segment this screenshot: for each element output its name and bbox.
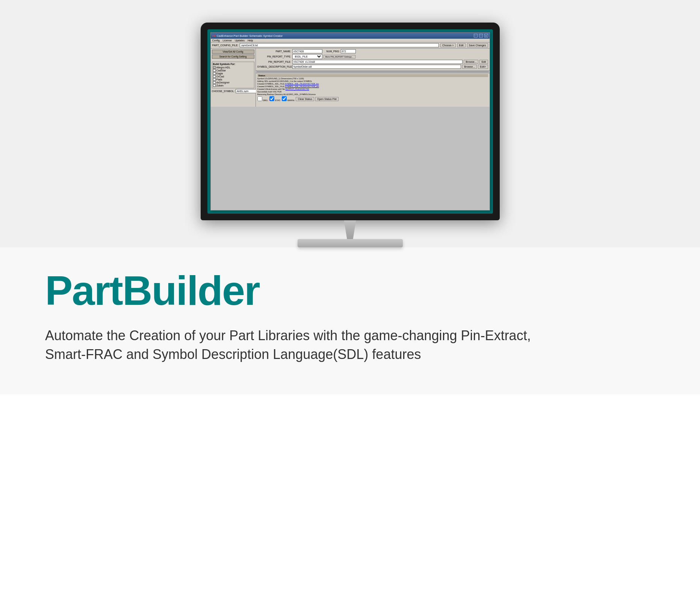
warn-label: WARN: <box>282 96 295 101</box>
status-link-1[interactable]: SYMBOL_SDL_FILES/VSC7428_loc <box>285 83 319 85</box>
edit-pin-report-button[interactable]: Edit <box>479 60 488 64</box>
titlebar-title: 74 CadEnhance:Part Builder Schematic Sym… <box>212 34 283 38</box>
main-area: View/Set All Config Search for Config Se… <box>211 48 490 107</box>
titlebar-controls[interactable]: — □ ✕ <box>474 34 488 38</box>
right-content: PART_NAME: NUM_PINS: PIN_REPORT_TYPE: <box>256 48 490 107</box>
part-name-label: PART_NAME: <box>257 50 291 53</box>
clear-status-button[interactable]: Clear Status <box>296 97 314 101</box>
monitor-base <box>298 239 403 247</box>
pads-label: Pads <box>216 78 222 81</box>
checkbox-dxdesigner[interactable]: dxDesigner <box>213 81 253 84</box>
config-file-input[interactable] <box>240 43 439 47</box>
stat-checkbox[interactable] <box>269 96 274 101</box>
zuken-label: Zuken <box>216 84 224 87</box>
symbol-desc-input[interactable] <box>292 65 461 69</box>
search-config-button[interactable]: Search for Config Setting <box>212 55 254 59</box>
orcad-label: OrCad <box>216 75 224 78</box>
browse-pin-report-button[interactable]: Browse... <box>464 60 478 64</box>
allegro-label: Allegro:HDL <box>216 66 231 69</box>
symbol-desc-label: SYMBOL_DESCRIPTION_FILE: <box>257 65 291 68</box>
monitor-outer: 74 CadEnhance:Part Builder Schematic Sym… <box>201 23 500 247</box>
checkbox-allegro[interactable]: Allegro:HDL <box>213 66 253 69</box>
monitor-bezel: 74 CadEnhance:Part Builder Schematic Sym… <box>201 23 500 220</box>
edit-symbol-desc-button[interactable]: Edit> <box>478 65 488 69</box>
config-file-label: PART_CONFIG_FILE: <box>212 44 239 47</box>
config-file-row: PART_CONFIG_FILE: Choose-> Edit Save Cha… <box>211 42 490 48</box>
app-menubar: Config License Updates Help <box>211 39 490 42</box>
open-status-file-button[interactable]: Open Status File <box>315 97 339 101</box>
choose-symbol-label: CHOOSE_SYMBOL: <box>212 90 235 92</box>
status-line-4: Created SYMBOL_SDL_FILE:SYMBOL_SDL_FILES… <box>257 85 488 88</box>
minimize-button[interactable]: — <box>474 34 478 38</box>
schematic-area: Double Click Operation BUILD_SYMBOLS REA… <box>257 71 489 72</box>
app-logo: 74 <box>212 34 216 38</box>
schematic-content: ? ? FCBGA <box>257 72 488 72</box>
monitor-neck <box>335 220 365 239</box>
dbg-label: DBG: <box>257 96 268 101</box>
eagle-label: Eagle <box>216 72 223 75</box>
edit-config-button[interactable]: Edit <box>457 43 466 47</box>
dxdesigner-label: dxDesigner <box>216 81 230 84</box>
zuken-checkbox[interactable] <box>213 84 216 87</box>
pin-report-file-input[interactable] <box>292 60 463 64</box>
menu-license[interactable]: License <box>223 39 232 42</box>
pin-report-file-label: PIN_REPORT_FILE: <box>257 61 291 63</box>
part-name-row: PART_NAME: NUM_PINS: <box>257 49 488 53</box>
pin-report-type-row: PIN_REPORT_TYPE: BSDL_FILE More PIN_REPO… <box>257 54 488 59</box>
monitor-chin <box>207 213 493 216</box>
menu-config[interactable]: Config <box>212 39 220 42</box>
choose-button[interactable]: Choose-> <box>440 43 456 47</box>
checkbox-eagle[interactable]: Eagle <box>213 72 253 75</box>
status-line-6: Succesfully built VSC7428 <box>257 91 488 93</box>
left-panel: View/Set All Config Search for Config Se… <box>211 48 256 107</box>
description-text: Automate the Creation of your Part Libra… <box>45 326 571 364</box>
close-button[interactable]: ✕ <box>484 34 488 38</box>
warn-checkbox[interactable] <box>282 96 287 101</box>
pin-report-file-row: PIN_REPORT_FILE: Browse... Edit <box>257 60 488 64</box>
orcad-checkbox[interactable] <box>213 75 216 78</box>
num-pins-input[interactable] <box>341 49 356 53</box>
app-titlebar: 74 CadEnhance:Part Builder Schematic Sym… <box>211 33 490 39</box>
browse-symbol-desc-button[interactable]: Browse... <box>462 65 477 69</box>
checkbox-pads[interactable]: Pads <box>213 78 253 81</box>
monitor-section: 74 CadEnhance:Part Builder Schematic Sym… <box>0 0 700 247</box>
cadstar-checkbox[interactable] <box>213 69 216 72</box>
menu-help[interactable]: Help <box>248 39 253 42</box>
allegro-checkbox[interactable] <box>213 66 216 69</box>
form-area: PART_NAME: NUM_PINS: PIN_REPORT_TYPE: <box>256 48 490 71</box>
bottom-section: PartBuilder Automate the Creation of you… <box>0 247 700 394</box>
checkbox-zuken[interactable]: Zuken <box>213 84 253 87</box>
dxdesigner-checkbox[interactable] <box>213 81 216 84</box>
status-line-1: Symbol:10:(GROUND_1) Dimensions:(700 x 1… <box>257 77 488 80</box>
monitor-screen: 74 CadEnhance:Part Builder Schematic Sym… <box>207 29 493 213</box>
view-set-all-button[interactable]: View/Set All Config <box>212 50 254 54</box>
pin-report-type-label: PIN_REPORT_TYPE: <box>257 55 291 58</box>
status-line-5: Created UltraLibrarian pdt File:OUTPUT_F… <box>257 88 488 90</box>
maximize-button[interactable]: □ <box>479 34 483 38</box>
status-line-7: Removing Backup Directory:ALLEGRO_HDL_SY… <box>257 93 488 95</box>
checkbox-cadstar[interactable]: CadStar <box>213 69 253 72</box>
choose-symbol-input[interactable] <box>236 89 258 93</box>
num-pins-label: NUM_PINS: <box>327 50 340 53</box>
menu-updates[interactable]: Updates <box>235 39 245 42</box>
eagle-checkbox[interactable] <box>213 72 216 75</box>
app-window: 74 CadEnhance:Part Builder Schematic Sym… <box>210 32 490 210</box>
app-title: CadEnhance:Part Builder Schematic Symbol… <box>216 34 283 38</box>
save-changes-button[interactable]: Save Changes <box>467 43 488 47</box>
build-title: Build Symbols For: <box>213 63 253 65</box>
choose-symbol-row: CHOOSE_SYMBOL: <box>212 89 254 93</box>
pads-checkbox[interactable] <box>213 78 216 81</box>
status-line-3: Created SYMBOL_SDL_FILE:SYMBOL_SDL_FILES… <box>257 83 488 85</box>
status-line-2: Adding SDL:symbol#10:GROUND_1 to the out… <box>257 80 488 82</box>
checkbox-orcad[interactable]: OrCad <box>213 75 253 78</box>
status-link-3[interactable]: OUTPUT_FILES/VSC742 <box>286 88 309 90</box>
part-name-input[interactable] <box>292 49 322 53</box>
symbol-desc-row: SYMBOL_DESCRIPTION_FILE: Browse... Edit> <box>257 65 488 69</box>
more-settings-button[interactable]: More PIN_REPORT Settings... <box>324 55 355 59</box>
dbg-checkbox[interactable] <box>257 96 262 101</box>
pin-report-type-select[interactable]: BSDL_FILE <box>292 54 322 59</box>
status-area: Status Symbol:10:(GROUND_1) Dimensions:(… <box>256 73 490 107</box>
status-controls: DBG: STAT: WARN: Clear Status Open Statu… <box>257 96 488 101</box>
status-link-2[interactable]: SYMBOL_SDL_FILES/VSC7428_pin <box>285 85 319 88</box>
stat-label: STAT: <box>269 96 281 101</box>
